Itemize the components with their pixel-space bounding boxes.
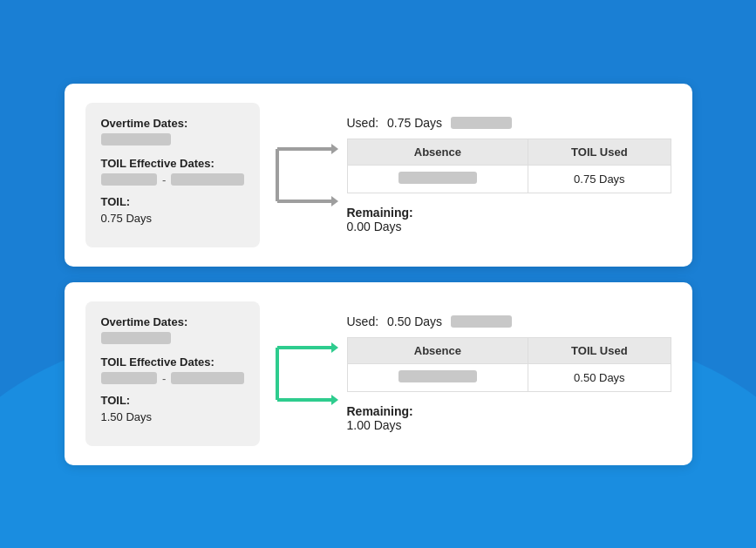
toil-effective-label-top: TOIL Effective Dates: [101,157,244,170]
overtime-dates-label-top: Overtime Dates: [101,117,244,130]
toil-date-start-bar-top [101,173,158,186]
overtime-date-bar-top [101,133,171,145]
arrow-svg-top [269,123,338,227]
toil-label-top: TOIL: [101,195,244,208]
main-container: Overtime Dates: TOIL Effective Dates: - … [30,58,727,491]
used-bar-top [451,117,512,129]
svg-marker-6 [331,342,338,353]
col-absence-bottom: Absence [347,338,528,364]
toil-table-bottom: Absence TOIL Used 0.50 Days [347,337,671,392]
arrow-connector-top [269,123,338,227]
remaining-label-top: Remaining: [347,206,413,220]
left-panel-top: Overtime Dates: TOIL Effective Dates: - … [85,103,260,247]
used-row-top: Used: 0.75 Days [347,116,671,130]
absence-cell-bottom [347,364,528,392]
used-bar-bottom [451,315,512,328]
arrow-svg-bottom [269,321,338,426]
used-value-top: 0.75 Days [387,116,442,130]
toil-date-start-bar-bottom [101,372,158,384]
card-bottom: Overtime Dates: TOIL Effective Dates: - … [65,282,692,465]
remaining-label-bottom: Remaining: [347,404,413,418]
used-label-bottom: Used: [347,315,379,328]
left-panel-bottom: Overtime Dates: TOIL Effective Dates: - … [85,301,260,446]
toil-effective-label-bottom: TOIL Effective Dates: [101,355,244,369]
toil-value-top: 0.75 Days [101,212,244,225]
absence-bar-top [398,172,477,184]
toil-table-top: Absence TOIL Used 0.75 Days [347,139,671,193]
overtime-date-bar-bottom [101,332,171,344]
toil-used-cell-bottom: 0.50 Days [528,364,671,392]
toil-effective-range-bottom: - [101,372,244,385]
col-toil-used-bottom: TOIL Used [528,338,671,364]
used-label-top: Used: [347,116,379,130]
toil-effective-range-top: - [101,173,244,186]
overtime-dates-label-bottom: Overtime Dates: [101,315,244,328]
toil-used-cell-top: 0.75 Days [528,166,671,193]
used-value-bottom: 0.50 Days [387,315,442,328]
right-panel-bottom: Used: 0.50 Days Absence TOIL Used [347,315,671,432]
remaining-value-top: 0.00 Days [347,220,402,233]
table-row-top: 0.75 Days [347,166,671,193]
toil-value-bottom: 1.50 Days [101,410,244,423]
right-panel-top: Used: 0.75 Days Absence TOIL Used [347,116,671,233]
toil-date-end-bar-bottom [171,372,243,384]
svg-marker-9 [331,395,338,405]
remaining-value-bottom: 1.00 Days [347,418,402,432]
col-absence-top: Absence [347,139,528,166]
table-row-bottom: 0.50 Days [347,364,671,392]
absence-cell-top [347,166,528,193]
overtime-dates-value-top [101,133,244,148]
col-toil-used-top: TOIL Used [528,139,671,166]
card-top: Overtime Dates: TOIL Effective Dates: - … [65,84,692,267]
absence-bar-bottom [398,370,477,382]
toil-label-bottom: TOIL: [101,394,244,407]
toil-date-end-bar-top [171,173,243,186]
remaining-row-top: Remaining: 0.00 Days [347,206,671,233]
overtime-dates-value-bottom [101,332,244,347]
remaining-row-bottom: Remaining: 1.00 Days [347,404,671,432]
svg-marker-4 [331,196,338,206]
used-row-bottom: Used: 0.50 Days [347,315,671,328]
svg-marker-1 [331,144,338,154]
arrow-connector-bottom [269,321,338,426]
